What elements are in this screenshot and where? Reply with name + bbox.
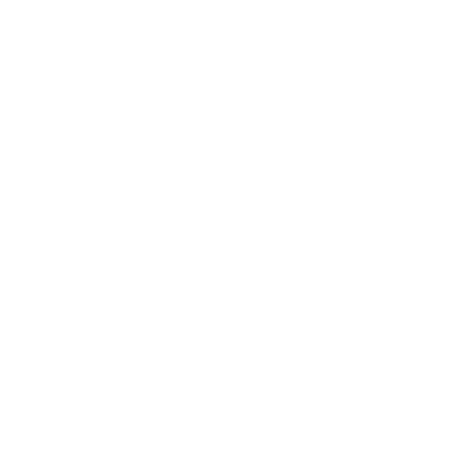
bottleneck-chart [0,0,476,476]
chart-container: { "attribution": "TheBottleneck.com", "c… [0,0,476,476]
